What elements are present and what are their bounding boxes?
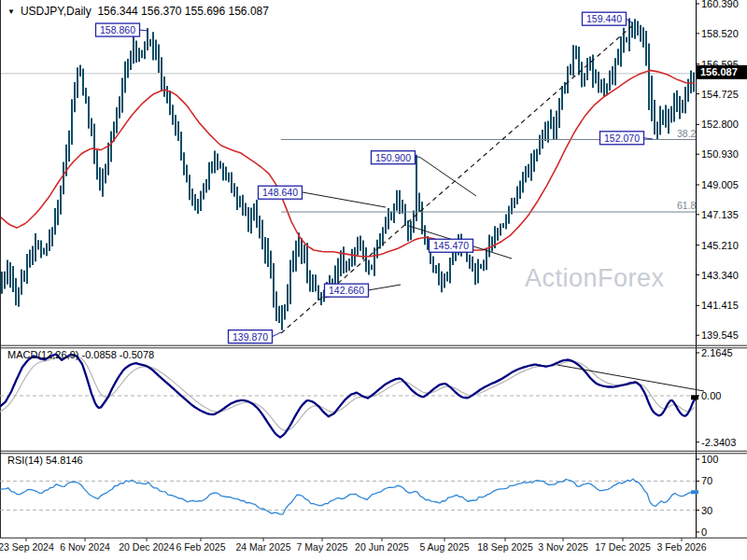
fib-level-label: 38.2 xyxy=(677,128,697,139)
date-axis-label: 24 Mar 2025 xyxy=(236,541,291,553)
price-axis-label: 158.520 xyxy=(701,28,739,39)
fib-level-label: 61.8 xyxy=(677,200,697,211)
price-axis-label: 152.800 xyxy=(701,119,739,130)
macd-axis-label: -2.3403 xyxy=(701,437,736,448)
macd-trendline xyxy=(557,365,704,391)
trendline xyxy=(303,192,386,207)
symbol-dropdown-icon[interactable]: ▼ xyxy=(7,7,15,16)
price-axis-label: 154.725 xyxy=(701,89,739,100)
price-label-leader xyxy=(416,157,420,158)
date-axis-label: 3 Feb 2026 xyxy=(656,541,706,553)
rsi-current-marker xyxy=(691,490,698,494)
price-label-leader xyxy=(273,332,282,337)
price-label-text: 139.870 xyxy=(233,331,268,343)
macd-axis-label: 0.00 xyxy=(701,390,721,401)
date-axis-label: 6 Feb 2025 xyxy=(176,541,225,553)
price-label-text: 159.440 xyxy=(586,13,622,24)
price-axis-label: 143.340 xyxy=(701,270,739,281)
date-axis-label: 17 Dec 2025 xyxy=(595,541,651,553)
price-axis-label: 149.005 xyxy=(701,179,739,190)
moving-average-line xyxy=(0,70,695,256)
macd-label: MACD(12,26,9) -0.0858 -0.5078 xyxy=(7,349,154,360)
macd-current-marker xyxy=(691,395,698,399)
rsi-label: RSI(14) 54.8146 xyxy=(7,455,83,466)
date-axis-label: 18 Sep 2025 xyxy=(477,541,533,553)
watermark: ActionForex xyxy=(525,264,665,293)
symbol-ohlc-title: USDJPY,Daily 156.344 156.370 155.696 156… xyxy=(21,5,269,18)
macd-axis-label: 2.1645 xyxy=(701,347,733,358)
chart-title-bar: ▼USDJPY,Daily 156.344 156.370 155.696 15… xyxy=(7,5,269,18)
price-label-text: 142.660 xyxy=(329,285,364,296)
price-label-text: 148.640 xyxy=(262,187,298,198)
chart-window: 38.261.8160.390158.520156.595154.725152.… xyxy=(0,0,747,560)
price-axis-label: 150.930 xyxy=(701,148,739,160)
price-label-text: 150.900 xyxy=(375,152,411,163)
price-axis-label: 141.415 xyxy=(701,300,739,311)
date-axis-label: 7 May 2025 xyxy=(297,541,348,553)
date-axis-label: 5 Aug 2025 xyxy=(419,541,469,553)
rsi-axis-label: 0 xyxy=(701,526,707,538)
price-label-text: 152.070 xyxy=(604,133,640,144)
rsi-axis-label: 70 xyxy=(701,475,712,486)
date-axis-label: 20 Jun 2025 xyxy=(355,541,409,553)
date-axis-label: 3 Nov 2025 xyxy=(538,541,588,553)
price-axis-label: 160.390 xyxy=(701,0,739,9)
price-label-text: 145.470 xyxy=(433,240,469,251)
current-price-label: 156.087 xyxy=(700,66,738,77)
rsi-axis-label: 100 xyxy=(701,454,718,465)
date-axis-label: 20 Dec 2024 xyxy=(119,541,175,553)
price-label-text: 158.860 xyxy=(100,24,135,35)
rsi-line xyxy=(0,479,695,514)
trendline xyxy=(419,157,476,196)
date-axis-label: 6 Nov 2024 xyxy=(60,541,110,553)
rsi-axis-label: 30 xyxy=(701,505,712,516)
price-axis-label: 147.135 xyxy=(701,209,739,220)
price-axis-label: 145.210 xyxy=(701,240,739,251)
price-label-leader xyxy=(644,138,654,139)
date-axis-label: 23 Sep 2024 xyxy=(0,541,54,553)
macd-signal-line xyxy=(0,357,695,431)
price-axis-label: 139.545 xyxy=(701,329,739,341)
